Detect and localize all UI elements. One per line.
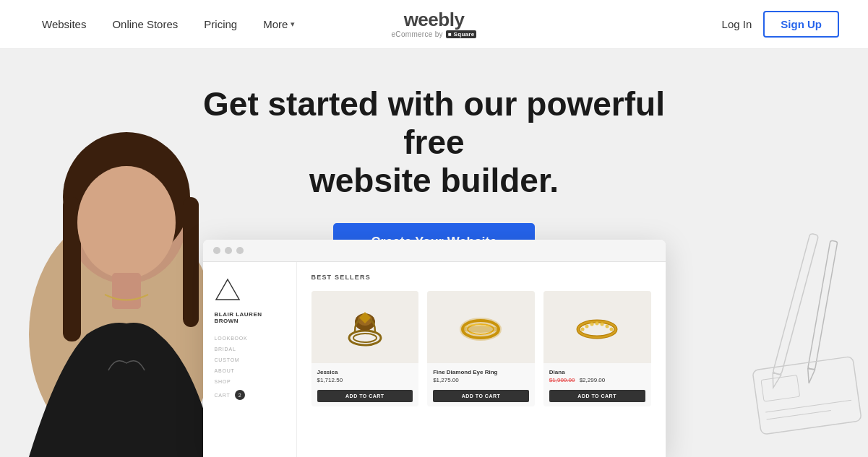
product-card-diana: Diana $1,900.00 $2,299.00 ADD TO CART [543, 291, 651, 406]
product-name-jessica: Jessica [317, 369, 413, 375]
mockup-cart: CART 2 [215, 390, 285, 400]
product-price-diamond: $1,275.00 [433, 377, 529, 383]
mockup-cart-badge: 2 [235, 390, 245, 400]
logo[interactable]: weebly eCommerce by ■ Square [392, 10, 477, 38]
mockup-nav-lookbook: LOOKBOOK [215, 336, 285, 341]
window-dot-1 [213, 247, 220, 254]
nav-online-stores[interactable]: Online Stores [99, 0, 191, 49]
product-name-diana: Diana [549, 369, 645, 375]
chevron-down-icon: ▾ [291, 19, 295, 29]
product-price-old-diana: $1,900.00 [549, 377, 575, 383]
svg-point-28 [585, 325, 589, 328]
svg-rect-12 [761, 375, 800, 402]
nav-websites[interactable]: Websites [29, 0, 99, 49]
mockup-main-content: BEST SELLERS [297, 262, 666, 457]
svg-point-29 [590, 323, 594, 326]
mockup-logo-triangle [215, 277, 285, 305]
nav-more[interactable]: More ▾ [250, 0, 308, 49]
svg-marker-15 [216, 279, 239, 300]
mockup-window: BLAIR LAUREN BROWN LOOKBOOK BRIDAL CUSTO… [203, 240, 666, 457]
mockup-nav-bridal: BRIDAL [215, 347, 285, 352]
square-badge: ■ Square [446, 30, 477, 38]
product-name-diamond: Fine Diamond Eye Ring [433, 369, 529, 375]
signup-button[interactable]: Sign Up [763, 11, 839, 38]
svg-line-13 [765, 400, 851, 412]
product-card-diamond: Fine Diamond Eye Ring $1,275.00 ADD TO C… [427, 291, 535, 406]
mockup-brand-name: BLAIR LAUREN BROWN [215, 311, 285, 324]
svg-marker-8 [769, 373, 781, 388]
svg-point-27 [581, 328, 585, 331]
mockup-section-title: BEST SELLERS [311, 274, 651, 281]
product-info-diamond: Fine Diamond Eye Ring $1,275.00 ADD TO C… [427, 363, 535, 406]
product-image-diana [543, 291, 651, 363]
mockup-body: BLAIR LAUREN BROWN LOOKBOOK BRIDAL CUSTO… [203, 262, 666, 457]
mockup-titlebar [203, 240, 666, 262]
product-info-diana: Diana $1,900.00 $2,299.00 ADD TO CART [543, 363, 651, 406]
mockup-sidebar: BLAIR LAUREN BROWN LOOKBOOK BRIDAL CUSTO… [203, 262, 297, 457]
product-price-jessica: $1,712.50 [317, 377, 413, 383]
product-card-jessica: Jessica $1,712.50 ADD TO CART [311, 291, 419, 406]
add-to-cart-diamond[interactable]: ADD TO CART [433, 390, 529, 402]
product-grid: Jessica $1,712.50 ADD TO CART [311, 291, 651, 406]
mockup-nav-shop: SHOP [215, 379, 285, 384]
nav-pricing[interactable]: Pricing [191, 0, 250, 49]
svg-marker-10 [805, 368, 815, 383]
product-image-diamond [427, 291, 535, 363]
mockup-cart-label: CART [215, 393, 231, 398]
navbar: Websites Online Stores Pricing More ▾ we… [0, 0, 868, 49]
logo-text: weebly [404, 10, 465, 29]
logo-sub: eCommerce by ■ Square [392, 30, 477, 38]
mockup-nav-about: ABOUT [215, 368, 285, 373]
svg-point-31 [601, 323, 604, 326]
nav-auth: Log In Sign Up [722, 11, 839, 38]
hero-headline: Get started with our powerful free websi… [181, 85, 687, 200]
add-to-cart-diana[interactable]: ADD TO CART [549, 390, 645, 402]
svg-line-14 [767, 410, 831, 419]
svg-point-5 [77, 166, 176, 279]
product-price-diana: $1,900.00 $2,299.00 [549, 377, 645, 383]
svg-rect-7 [773, 233, 818, 375]
mockup-nav-custom: CUSTOM [215, 357, 285, 362]
svg-point-30 [596, 322, 599, 326]
product-price-new-diana: $2,299.00 [580, 377, 606, 383]
login-button[interactable]: Log In [722, 18, 752, 30]
svg-point-33 [610, 328, 614, 331]
svg-point-17 [353, 334, 377, 342]
add-to-cart-jessica[interactable]: ADD TO CART [317, 390, 413, 402]
doodles-decoration [723, 226, 868, 457]
product-image-jessica [311, 291, 419, 363]
nav-links: Websites Online Stores Pricing More ▾ [29, 0, 308, 49]
hero-text: Get started with our powerful free websi… [181, 85, 687, 261]
mockup-window-wrap: BLAIR LAUREN BROWN LOOKBOOK BRIDAL CUSTO… [203, 240, 666, 457]
svg-point-32 [606, 325, 609, 328]
product-info-jessica: Jessica $1,712.50 ADD TO CART [311, 363, 419, 406]
svg-rect-6 [112, 273, 141, 309]
window-dot-2 [225, 247, 232, 254]
hero-section: Get started with our powerful free websi… [0, 49, 868, 457]
svg-rect-11 [752, 357, 861, 435]
window-dot-3 [236, 247, 244, 254]
svg-point-24 [463, 326, 499, 333]
